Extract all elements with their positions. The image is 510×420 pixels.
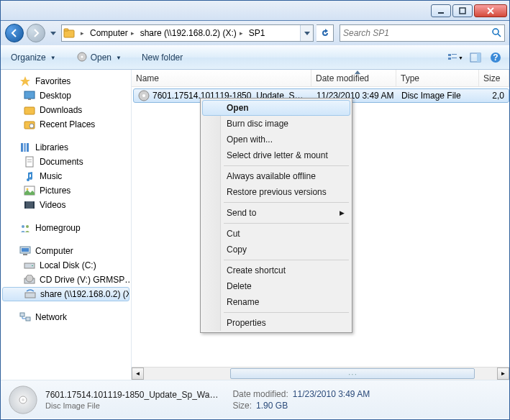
organize-button[interactable]: Organize▼ xyxy=(6,50,60,65)
details-size-value: 1.90 GB xyxy=(256,401,288,411)
search-icon[interactable] xyxy=(491,27,501,40)
details-size-key: Size: xyxy=(232,401,252,411)
menu-label: Delete xyxy=(227,281,252,291)
crumb-label: Computer xyxy=(90,28,128,38)
sidebar-network[interactable]: Network xyxy=(1,310,131,324)
svg-line-5 xyxy=(498,34,501,37)
sidebar-downloads[interactable]: Downloads xyxy=(1,103,131,117)
help-button[interactable]: ? xyxy=(488,50,504,65)
svg-rect-41 xyxy=(25,293,35,298)
crumb-computer[interactable]: Computer▸ xyxy=(87,25,137,41)
crumb-label: share (\\192.168.0.2) (X:) xyxy=(140,28,237,38)
crumb-sp1[interactable]: SP1 xyxy=(246,25,268,41)
sidebar-videos[interactable]: Videos xyxy=(1,198,131,212)
sidebar-computer[interactable]: Computer xyxy=(1,244,131,258)
ctx-cut[interactable]: Cut xyxy=(202,226,350,242)
menu-label: Cut xyxy=(227,229,240,239)
address-bar[interactable]: ▸ Computer▸ share (\\192.168.0.2) (X:)▸ … xyxy=(61,24,314,42)
open-button[interactable]: Open▼ xyxy=(72,49,126,67)
sidebar-recent[interactable]: Recent Places xyxy=(1,117,131,132)
scroll-right-button[interactable]: ► xyxy=(497,368,509,380)
sidebar-label: Videos xyxy=(40,200,65,210)
ctx-open[interactable]: Open xyxy=(202,100,350,116)
svg-point-4 xyxy=(493,29,498,35)
sidebar-share[interactable]: share (\\192.168.0.2) (X:) xyxy=(2,287,129,301)
details-date-value: 11/23/2010 3:49 AM xyxy=(293,389,370,399)
refresh-button[interactable] xyxy=(317,24,334,42)
sidebar-desktop[interactable]: Desktop xyxy=(1,88,131,103)
forward-button[interactable] xyxy=(27,24,45,42)
explorer-window: ▸ Computer▸ share (\\192.168.0.2) (X:)▸ … xyxy=(0,0,510,420)
ctx-offline[interactable]: Always available offline xyxy=(202,168,350,184)
sidebar-music[interactable]: Music xyxy=(1,169,131,183)
libraries-icon xyxy=(19,142,31,153)
svg-rect-17 xyxy=(28,99,31,100)
chevron-down-icon: ▼ xyxy=(116,55,122,61)
network-drive-icon xyxy=(24,288,36,300)
menu-label: Select drive letter & mount xyxy=(227,150,328,160)
ctx-mount[interactable]: Select drive letter & mount xyxy=(202,147,350,163)
svg-point-45 xyxy=(142,94,145,97)
column-name[interactable]: Name xyxy=(132,70,311,86)
ctx-open-with[interactable]: Open with... xyxy=(202,132,350,147)
crumb-root-sep[interactable]: ▸ xyxy=(76,25,87,41)
minimize-button[interactable] xyxy=(431,4,451,17)
search-input[interactable] xyxy=(343,28,491,38)
crumb-share[interactable]: share (\\192.168.0.2) (X:)▸ xyxy=(137,25,246,41)
nav-history-dropdown[interactable] xyxy=(48,25,58,41)
horizontal-scrollbar[interactable]: ◄ ∙∙∙ ► xyxy=(132,367,509,380)
toolbar: Organize▼ Open▼ New folder ▼ ? xyxy=(1,45,509,70)
ctx-rename[interactable]: Rename xyxy=(202,294,350,310)
ctx-restore[interactable]: Restore previous versions xyxy=(202,184,350,200)
menu-separator xyxy=(224,223,349,224)
ctx-copy[interactable]: Copy xyxy=(202,242,350,257)
ctx-properties[interactable]: Properties xyxy=(202,315,350,331)
menu-label: Create shortcut xyxy=(227,265,286,275)
preview-pane-button[interactable] xyxy=(468,50,483,65)
ctx-shortcut[interactable]: Create shortcut xyxy=(202,262,350,278)
close-button[interactable] xyxy=(474,4,507,17)
svg-rect-22 xyxy=(24,143,26,152)
column-size[interactable]: Size xyxy=(479,70,509,86)
svg-rect-42 xyxy=(20,313,24,316)
sidebar-label: CD Drive (V:) GRMSP… xyxy=(40,275,131,285)
sidebar-homegroup[interactable]: Homegroup xyxy=(1,221,131,235)
ctx-send-to[interactable]: Send to▶ xyxy=(202,205,350,221)
homegroup-icon xyxy=(19,222,31,234)
svg-point-40 xyxy=(26,275,33,282)
maximize-button[interactable] xyxy=(452,4,473,17)
back-button[interactable] xyxy=(5,24,24,42)
sidebar-cd-drive[interactable]: CD Drive (V:) GRMSP… xyxy=(1,273,131,287)
ctx-burn[interactable]: Burn disc image xyxy=(202,116,350,132)
column-date[interactable]: Date modified xyxy=(311,70,396,86)
svg-rect-11 xyxy=(452,58,457,58)
svg-rect-1 xyxy=(460,8,465,14)
view-options-button[interactable]: ▼ xyxy=(447,50,463,65)
sidebar-label: Favorites xyxy=(35,76,70,86)
music-icon xyxy=(24,170,35,182)
column-header-row: Name Date modified Type Size xyxy=(132,70,509,87)
ctx-delete[interactable]: Delete xyxy=(202,278,350,294)
scroll-left-button[interactable]: ◄ xyxy=(132,368,144,380)
search-box[interactable] xyxy=(340,24,505,42)
sidebar-pictures[interactable]: Pictures xyxy=(1,183,131,198)
menu-label: Rename xyxy=(227,297,259,307)
menu-label: Restore previous versions xyxy=(227,187,327,197)
svg-rect-9 xyxy=(452,54,457,55)
svg-rect-29 xyxy=(24,201,35,209)
disc-icon xyxy=(76,51,88,65)
sidebar-libraries[interactable]: Libraries xyxy=(1,140,131,155)
column-label: Size xyxy=(483,73,500,83)
menu-separator xyxy=(224,312,349,313)
column-type[interactable]: Type xyxy=(396,70,479,86)
svg-rect-23 xyxy=(27,143,29,152)
svg-point-32 xyxy=(22,225,24,228)
scroll-thumb[interactable]: ∙∙∙ xyxy=(230,368,475,379)
sidebar-documents[interactable]: Documents xyxy=(1,155,131,169)
address-dropdown[interactable] xyxy=(300,25,313,41)
sidebar-label: Local Disk (C:) xyxy=(40,260,96,270)
sidebar-favorites[interactable]: Favorites xyxy=(1,74,131,88)
sidebar-local-disk[interactable]: Local Disk (C:) xyxy=(1,258,131,273)
sidebar-label: share (\\192.168.0.2) (X:) xyxy=(40,289,129,299)
new-folder-button[interactable]: New folder xyxy=(137,50,187,65)
